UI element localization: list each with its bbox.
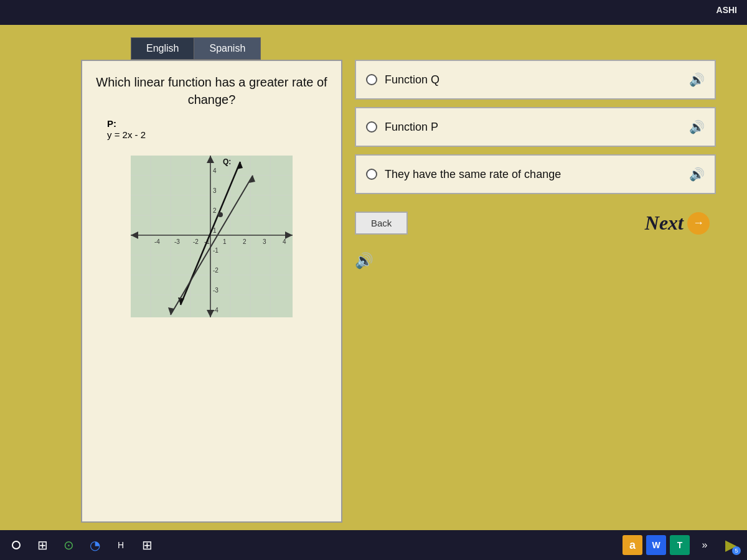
taskbar-forward[interactable]: » xyxy=(693,534,716,556)
back-button[interactable]: Back xyxy=(355,212,408,235)
radio-2[interactable] xyxy=(366,121,377,133)
taskbar-h[interactable]: H xyxy=(110,534,132,556)
sound-button-2[interactable]: 🔊 xyxy=(689,119,705,134)
svg-text:-1: -1 xyxy=(213,247,218,254)
left-panel: Which linear function has a greater rate… xyxy=(81,60,342,523)
panels-row: Which linear function has a greater rate… xyxy=(81,60,716,523)
svg-text:1: 1 xyxy=(223,238,227,245)
function-p-label: P: xyxy=(107,118,116,129)
svg-text:-2: -2 xyxy=(213,267,218,274)
tab-english[interactable]: English xyxy=(131,37,194,60)
svg-rect-0 xyxy=(131,156,293,317)
svg-text:-4: -4 xyxy=(154,238,160,245)
taskbar-a-icon[interactable]: a xyxy=(622,535,642,555)
bottom-controls: Back Next → xyxy=(355,212,716,235)
svg-text:3: 3 xyxy=(213,187,217,194)
answer-option-2[interactable]: Function P 🔊 xyxy=(355,107,716,147)
answer-text-3: They have the same rate of change xyxy=(385,168,561,181)
svg-text:-4: -4 xyxy=(213,307,218,314)
svg-text:1: 1 xyxy=(213,227,217,234)
app-title: ASHI xyxy=(716,5,737,15)
language-tabs: English Spanish xyxy=(131,37,716,60)
graph-area: 4 3 2 1 -1 -2 -3 -4 -4 -3 -2 -1 1 2 3 4 xyxy=(125,149,299,324)
svg-text:4: 4 xyxy=(213,167,217,174)
next-arrow-icon[interactable]: → xyxy=(687,212,710,235)
svg-text:Q:: Q: xyxy=(223,157,231,166)
answer-option-1[interactable]: Function Q 🔊 xyxy=(355,60,716,100)
answer-option-3[interactable]: They have the same rate of change 🔊 xyxy=(355,154,716,194)
svg-text:2: 2 xyxy=(213,207,217,214)
main-content: English Spanish Which linear function ha… xyxy=(81,25,716,523)
start-circle-icon xyxy=(12,541,21,549)
svg-text:-3: -3 xyxy=(174,238,180,245)
answer-text-1: Function Q xyxy=(385,73,439,86)
svg-text:-3: -3 xyxy=(213,287,218,294)
taskbar-chrome[interactable]: ⊙ xyxy=(57,534,80,556)
tab-spanish[interactable]: Spanish xyxy=(194,37,261,60)
sound-button-bottom[interactable]: 🔊 xyxy=(355,252,374,269)
coordinate-graph: 4 3 2 1 -1 -2 -3 -4 -4 -3 -2 -1 1 2 3 4 xyxy=(125,149,299,324)
sound-button-1[interactable]: 🔊 xyxy=(689,72,705,87)
taskbar-grid[interactable]: ⊞ xyxy=(136,534,158,556)
next-label: Next xyxy=(645,212,684,235)
svg-point-44 xyxy=(218,212,223,217)
svg-text:2: 2 xyxy=(243,238,247,245)
right-panel: Function Q 🔊 Function P 🔊 They have the … xyxy=(342,60,716,523)
svg-text:3: 3 xyxy=(263,238,266,245)
svg-text:4: 4 xyxy=(283,238,286,245)
function-p-equation: y = 2x - 2 xyxy=(107,129,146,140)
taskbar-edge[interactable]: ◔ xyxy=(83,534,106,556)
taskbar-w-icon[interactable]: W xyxy=(646,535,666,555)
taskbar-apps[interactable]: ⊞ xyxy=(31,534,54,556)
radio-1[interactable] xyxy=(366,74,377,85)
radio-3[interactable] xyxy=(366,169,377,180)
answer-text-2: Function P xyxy=(385,121,438,134)
sound-button-3[interactable]: 🔊 xyxy=(689,167,705,182)
question-text: Which linear function has a greater rate… xyxy=(95,73,329,108)
taskbar: ⊞ ⊙ ◔ H ⊞ a W T » ▶ 5 xyxy=(0,530,747,560)
svg-text:-2: -2 xyxy=(193,238,199,245)
taskbar-badge[interactable]: ▶ 5 xyxy=(720,534,742,556)
next-button[interactable]: Next → xyxy=(645,212,710,235)
top-bar: ASHI xyxy=(0,0,747,25)
taskbar-start[interactable] xyxy=(5,534,27,556)
taskbar-t-icon[interactable]: T xyxy=(670,535,690,555)
